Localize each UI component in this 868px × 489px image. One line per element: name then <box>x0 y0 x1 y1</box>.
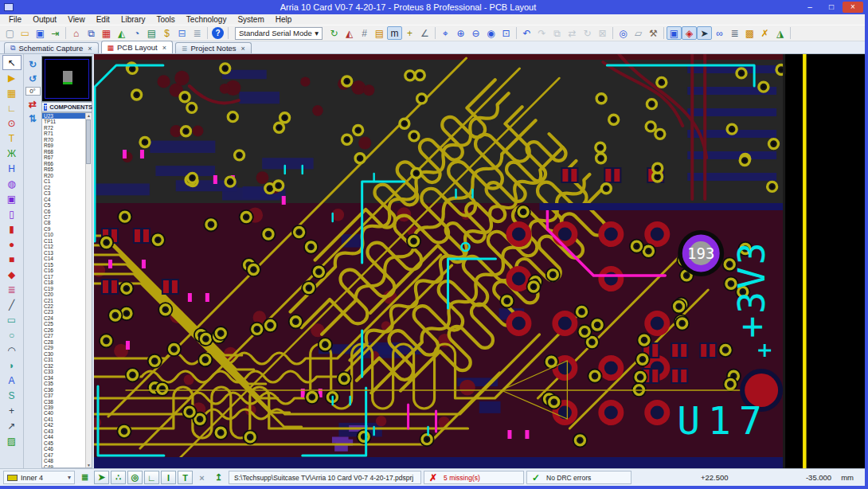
drc-status[interactable]: ✓ No DRC errors <box>526 471 631 484</box>
zoom-area-button[interactable]: ⊡ <box>499 26 514 40</box>
import-region-button[interactable]: ↥ <box>211 471 226 484</box>
list-item[interactable]: C22 <box>42 303 92 309</box>
list-item[interactable]: TP11 <box>42 119 92 124</box>
list-item[interactable]: R66 <box>42 161 92 166</box>
list-item[interactable]: C35 <box>42 381 92 386</box>
list-item[interactable]: C2 <box>42 185 92 190</box>
maximize-button[interactable]: □ <box>821 2 842 13</box>
rotate-clockwise-button[interactable]: ↻ <box>25 58 40 70</box>
3d-visualizer-button[interactable]: ◭ <box>114 26 129 40</box>
dil-pad-button[interactable]: ▯ <box>2 206 22 221</box>
new-project-button[interactable]: ▢ <box>2 26 18 40</box>
filter-tracks-button[interactable]: ∟ <box>144 471 159 484</box>
smd-rect-pad-button[interactable]: ▮ <box>2 221 22 237</box>
via-style-lock-button[interactable]: ◈ <box>682 26 697 40</box>
bill-of-materials-button[interactable]: $ <box>159 26 174 40</box>
polar-coords-button[interactable]: ∠ <box>417 26 432 40</box>
padstack-button[interactable]: ≣ <box>2 282 22 297</box>
menu-view[interactable]: View <box>62 15 91 24</box>
list-item[interactable]: C30 <box>42 351 92 357</box>
split-tracks-button[interactable]: × <box>194 471 209 484</box>
list-item[interactable]: C31 <box>42 357 92 362</box>
save-project-button[interactable]: ▣ <box>33 26 48 40</box>
block-move-button[interactable]: ⇄ <box>565 26 580 40</box>
list-item[interactable]: R72 <box>42 125 92 131</box>
zone-mode-button[interactable]: T <box>2 131 22 146</box>
2d-box-button[interactable]: ▭ <box>2 312 22 327</box>
flip-view-button[interactable]: ◭ <box>342 26 357 40</box>
via-mode-button[interactable]: ⊙ <box>2 115 22 131</box>
component-list-button[interactable]: ≣ <box>727 26 742 40</box>
selection-mode-button[interactable]: ↖ <box>2 55 22 70</box>
list-item[interactable]: C1 <box>42 178 92 184</box>
zoom-in-button[interactable]: ⊕ <box>453 26 468 40</box>
tab-project-notes[interactable]: ≣Project Notes× <box>175 42 252 53</box>
list-item[interactable]: C49 <box>42 464 92 468</box>
2d-arc-button[interactable]: ◠ <box>2 342 22 358</box>
gerber-viewer-button[interactable]: ◔ <box>129 26 144 40</box>
list-item[interactable]: C12 <box>42 244 92 249</box>
help-button[interactable]: ? <box>212 27 224 39</box>
smd-square-pad-button[interactable]: ■ <box>2 252 22 267</box>
tidy-board-button[interactable]: ▱ <box>631 26 646 40</box>
zoom-to-part-button[interactable]: ◎ <box>616 26 631 40</box>
menu-file[interactable]: File <box>3 15 27 24</box>
ratsnest-mode-button[interactable]: Ж <box>2 146 22 161</box>
square-pad-button[interactable]: ▣ <box>2 191 22 206</box>
list-item[interactable]: C40 <box>42 410 92 416</box>
list-item[interactable]: R71 <box>42 131 92 136</box>
layer-stack-button[interactable]: ≣ <box>77 471 92 484</box>
zoom-out-button[interactable]: ⊖ <box>468 26 483 40</box>
block-copy-button[interactable]: ⧉ <box>549 26 565 40</box>
pan-button[interactable]: ⌖ <box>438 26 453 40</box>
list-item[interactable]: C25 <box>42 321 92 327</box>
list-item[interactable]: C44 <box>42 434 92 440</box>
list-item[interactable]: C18 <box>42 280 92 285</box>
via-193[interactable]: 193 <box>678 230 724 276</box>
zoom-all-button[interactable]: ◉ <box>483 26 499 40</box>
search-and-tag-button[interactable]: ∞ <box>712 26 727 40</box>
redo-button[interactable]: ↷ <box>534 26 549 40</box>
list-item[interactable]: C42 <box>42 422 92 428</box>
tab-pcb-layout[interactable]: ▦PCB Layout× <box>101 41 173 53</box>
list-item[interactable]: C47 <box>42 452 92 458</box>
package-mode-button[interactable]: ▦ <box>2 85 22 100</box>
flip-horizontal-button[interactable]: ⇄ <box>25 98 40 110</box>
list-item[interactable]: C6 <box>42 209 92 214</box>
schematic-capture-button[interactable]: ⧉ <box>84 26 99 40</box>
missing-status[interactable]: ✗ 5 missing(s) <box>424 471 524 484</box>
2d-path-button[interactable]: ◗ <box>2 358 22 373</box>
list-item[interactable]: C26 <box>42 327 92 333</box>
list-item[interactable]: C37 <box>42 393 92 398</box>
filter-vias-button[interactable]: ◎ <box>127 471 143 484</box>
connectivity-checker-button[interactable]: ✗ <box>757 26 772 40</box>
board-edge-mode-button[interactable]: ▨ <box>2 433 22 448</box>
connectivity-highlight-button[interactable]: Η <box>2 161 22 176</box>
list-item[interactable]: C20 <box>42 291 92 297</box>
list-item[interactable]: R68 <box>42 149 92 155</box>
trace-style-lock-button[interactable]: ▣ <box>667 26 682 40</box>
list-item[interactable]: R70 <box>42 137 92 143</box>
list-item[interactable]: C27 <box>42 333 92 338</box>
filter-components-button[interactable]: ➤ <box>94 471 109 484</box>
menu-technology[interactable]: Technology <box>181 15 233 24</box>
list-item[interactable]: C16 <box>42 268 92 273</box>
open-project-button[interactable]: ▭ <box>18 26 33 40</box>
2d-line-button[interactable]: ╱ <box>2 297 22 312</box>
scroll-down-icon[interactable]: ▼ <box>87 463 91 467</box>
filter-zones-button[interactable]: T <box>178 471 193 484</box>
layer-colours-button[interactable]: ▤ <box>372 26 387 40</box>
list-item[interactable]: C28 <box>42 339 92 345</box>
list-item[interactable]: C36 <box>42 387 92 393</box>
pcb-layout-button[interactable]: ▦ <box>99 26 114 40</box>
2d-text-button[interactable]: A <box>2 373 22 388</box>
round-pad-button[interactable]: ◍ <box>2 176 22 191</box>
design-tools-button[interactable]: ⚒ <box>646 26 661 40</box>
list-item[interactable]: C7 <box>42 214 92 220</box>
smd-circle-pad-button[interactable]: ● <box>2 237 22 252</box>
rotation-angle-field[interactable]: 0° <box>25 87 41 96</box>
components-scrollbar[interactable]: ▲▼ <box>85 113 92 467</box>
2d-symbol-button[interactable]: S <box>2 388 22 403</box>
scroll-up-icon[interactable]: ▲ <box>87 113 91 118</box>
list-item[interactable]: C19 <box>42 286 92 291</box>
